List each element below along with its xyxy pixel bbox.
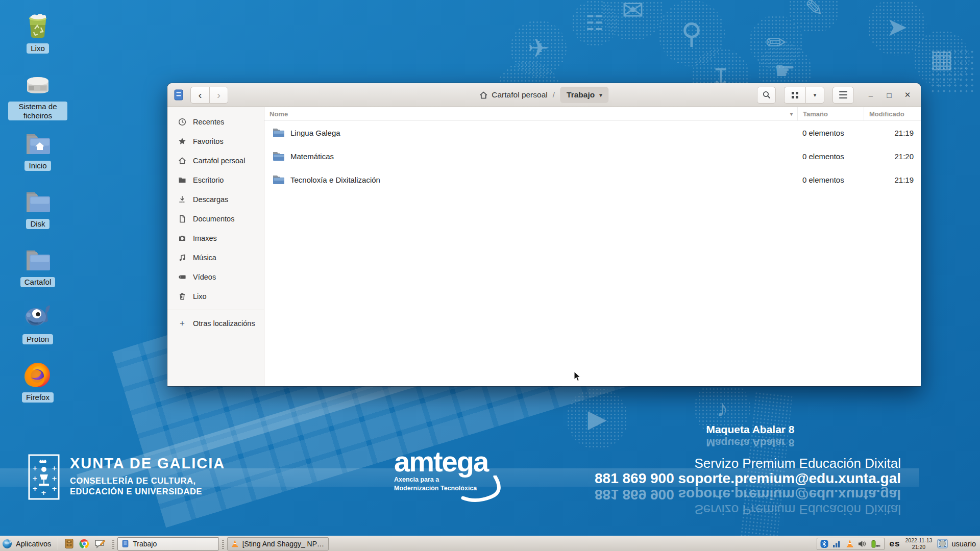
volume-icon[interactable] <box>858 540 867 548</box>
chevron-down-icon: ▾ <box>599 92 602 98</box>
file-modified: 21:20 <box>864 152 921 161</box>
taskbar: Aplicativos <box>0 536 980 551</box>
search-button[interactable] <box>757 87 776 104</box>
close-button[interactable]: ✕ <box>900 87 915 103</box>
folder-icon <box>273 128 285 138</box>
user-menu[interactable]: usuario <box>937 539 976 548</box>
bluetooth-icon[interactable] <box>820 539 828 548</box>
sort-arrow-icon[interactable]: ▾ <box>790 111 797 117</box>
desktop-icon-label: Inicio <box>24 161 51 171</box>
sidebar-item-label: Escritorio <box>193 176 224 184</box>
taskbar-separator <box>58 538 58 550</box>
battery-plug-icon[interactable] <box>871 539 881 548</box>
grid-view-icon <box>792 92 798 98</box>
breadcrumb-home[interactable]: Cartafol persoal <box>479 90 547 99</box>
chrome-icon <box>79 539 89 549</box>
sidebar-item-other-locations[interactable]: + Otras localizacións <box>167 314 264 333</box>
notes-launcher[interactable] <box>94 539 106 549</box>
desktop-icon-folder[interactable]: Cartafol <box>6 245 69 287</box>
desktop-icon-label: Disk <box>26 219 49 229</box>
file-name: Matemáticas <box>290 152 334 161</box>
breadcrumb-current-button[interactable]: Trabajo ▾ <box>560 87 609 103</box>
sidebar-item-label: Otras localizacións <box>193 319 255 328</box>
svg-text:+: + <box>32 485 38 492</box>
taskbar-task-vlc[interactable]: [Sting And Shaggy_ NPR... <box>227 537 329 550</box>
contact-text: 881 869 900 soporte.premium@edu.xunta.ga… <box>595 470 901 487</box>
window-headerbar[interactable]: ‹ › Cartafol persoal / Trabajo ▾ <box>167 83 921 107</box>
svg-text:+: + <box>32 464 38 472</box>
wallpaper-motif-globe: ☷ <box>572 0 618 46</box>
forward-icon: › <box>217 89 220 101</box>
breadcrumb-home-label: Cartafol persoal <box>492 90 547 99</box>
desktop-icon-home[interactable]: Inicio <box>6 129 69 171</box>
sidebar-item-downloads[interactable]: Descargas <box>167 190 264 209</box>
sidebar-item-label: Recentes <box>193 118 224 126</box>
file-manager-launcher[interactable] <box>64 538 74 549</box>
file-cabinet-icon <box>64 538 74 549</box>
column-header-name[interactable]: Nome ▾ <box>264 107 797 120</box>
sidebar-item-label: Descargas <box>193 195 228 204</box>
desktop-icon-firefox[interactable]: Firefox <box>6 360 69 403</box>
column-header-modified[interactable]: Modificado <box>864 107 921 120</box>
sidebar-item-trash[interactable]: Lixo <box>167 287 264 306</box>
keyboard-layout-indicator[interactable]: es <box>890 539 900 549</box>
chrome-launcher[interactable] <box>79 539 89 549</box>
minimize-icon: – <box>869 91 873 99</box>
trash-full-icon <box>23 11 53 41</box>
column-label: Tamaño <box>803 110 828 118</box>
sidebar-item-starred[interactable]: Favoritos <box>167 132 264 151</box>
icon-view-button[interactable] <box>784 87 805 104</box>
amtega-wordmark: amtega <box>394 449 517 474</box>
clock-time: 21:20 <box>905 544 933 550</box>
breadcrumb-current-label: Trabajo <box>567 90 595 99</box>
hamburger-menu-icon <box>839 91 847 98</box>
video-camera-icon <box>178 273 186 281</box>
back-icon: ‹ <box>199 89 202 101</box>
servizo-text: Servizo Premium Educación Dixital <box>694 456 901 471</box>
folder-icon <box>178 176 186 184</box>
sidebar-item-recent[interactable]: Recentes <box>167 112 264 132</box>
maximize-icon: □ <box>887 91 891 99</box>
star-icon <box>178 137 186 145</box>
sidebar-item-home[interactable]: Cartafol persoal <box>167 151 264 170</box>
menu-button[interactable] <box>832 87 854 104</box>
view-options-button[interactable]: ▾ <box>805 87 824 104</box>
applications-menu-button[interactable]: Aplicativos <box>0 536 56 551</box>
vlc-tray-icon[interactable] <box>846 539 854 548</box>
desktop-icon-proton[interactable]: Proton <box>6 302 69 344</box>
sidebar-item-documents[interactable]: Documentos <box>167 209 264 229</box>
desktop-icon-filesystem[interactable]: Sistema de ficheiros <box>6 69 69 120</box>
file-row[interactable]: Lingua Galega 0 elementos 21:19 <box>264 121 921 144</box>
sidebar-item-videos[interactable]: Vídeos <box>167 267 264 287</box>
servizo-text-reflection: Servizo Premium Educación Dixital <box>694 502 901 517</box>
home-icon <box>479 91 487 99</box>
column-header-size[interactable]: Tamaño <box>797 107 864 120</box>
minimize-button[interactable]: – <box>863 87 878 103</box>
folder-icon <box>23 187 53 216</box>
forward-button[interactable]: › <box>209 87 228 104</box>
home-folder-icon <box>23 129 53 158</box>
sidebar-item-label: Lixo <box>193 292 207 300</box>
svg-text:+: + <box>41 489 46 496</box>
file-row[interactable]: Tecnoloxía e Dixitalización 0 elementos … <box>264 168 921 191</box>
wallpaper-dot-grid <box>930 49 976 95</box>
maximize-button[interactable]: □ <box>881 87 897 103</box>
back-button[interactable]: ‹ <box>190 87 209 104</box>
desktop-icon-trash[interactable]: Lixo <box>6 11 69 54</box>
breadcrumb: Cartafol persoal / Trabajo ▾ <box>479 83 608 107</box>
svg-text:+: + <box>52 474 57 482</box>
network-signal-icon[interactable] <box>832 540 842 548</box>
clock-date: 2022-11-13 <box>905 537 933 544</box>
desktop-icon-disk[interactable]: Disk <box>6 187 69 229</box>
taskbar-task-files[interactable]: Trabajo <box>117 537 219 550</box>
music-icon <box>178 254 186 262</box>
sidebar-item-desktop[interactable]: Escritorio <box>167 170 264 190</box>
file-list: Nome ▾ Tamaño Modificado Lingua Galega <box>264 107 921 386</box>
amtega-swoosh <box>459 475 516 506</box>
task-title: Trabajo <box>133 540 157 548</box>
file-row[interactable]: Matemáticas 0 elementos 21:20 <box>264 144 921 168</box>
sidebar-item-pictures[interactable]: Imaxes <box>167 229 264 248</box>
clock[interactable]: 2022-11-13 21:20 <box>905 537 933 550</box>
file-size: 0 elementos <box>797 176 864 184</box>
sidebar-item-music[interactable]: Música <box>167 248 264 267</box>
